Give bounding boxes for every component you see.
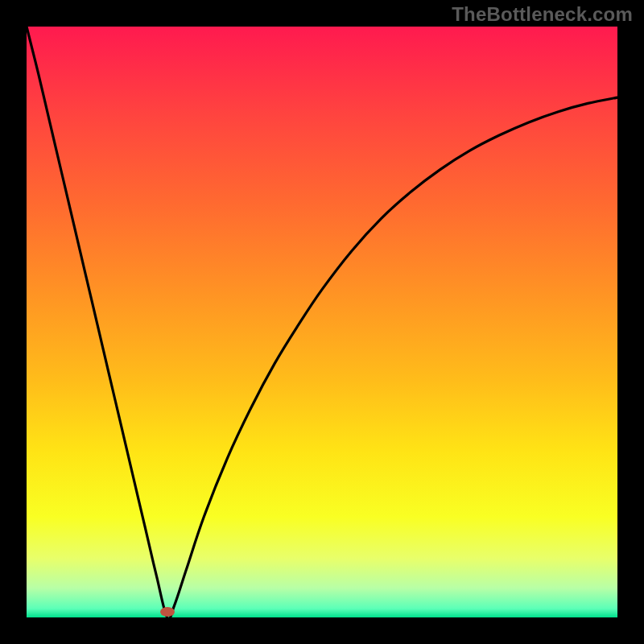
bottleneck-plot xyxy=(0,0,644,644)
minimum-marker xyxy=(160,607,175,617)
plot-background-gradient xyxy=(27,27,617,617)
watermark-text: TheBottleneck.com xyxy=(452,3,633,26)
chart-frame: TheBottleneck.com xyxy=(0,0,644,644)
